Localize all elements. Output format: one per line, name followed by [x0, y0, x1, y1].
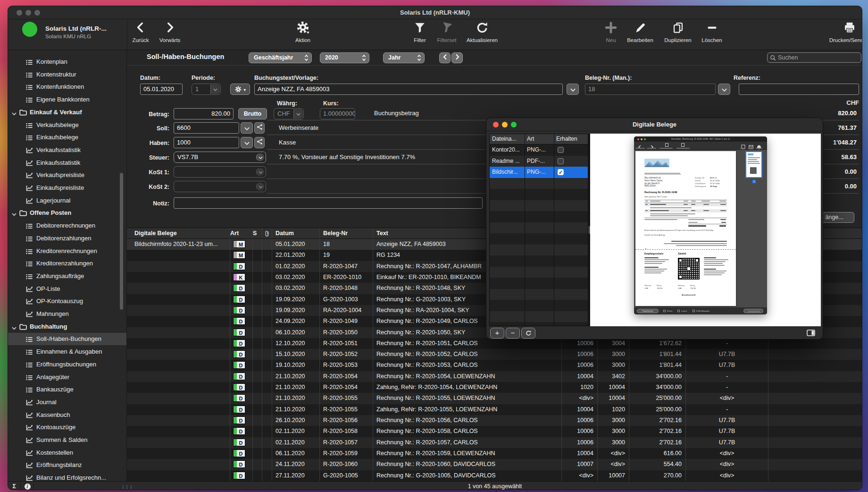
back-button[interactable]: Zurück — [128, 20, 153, 49]
table-row[interactable]: D27.11.2020G-2020-1005Rechnung Nr.: G-20… — [127, 470, 862, 481]
attachment-row[interactable]: Readme ...PDF-... — [490, 156, 588, 167]
table-row[interactable]: D24.11.2020R-2020-1060Rechnung Nr.: R-20… — [127, 459, 862, 470]
sidebar-item-op-kontoauszug[interactable]: OP-Kontoauszug — [8, 295, 127, 307]
sidebar-item-bankausz-ge[interactable]: Bankauszüge — [8, 383, 127, 396]
close-icon[interactable] — [493, 122, 499, 127]
brutto-button[interactable]: Brutto — [238, 108, 267, 119]
sidebar-item-bilanz-und-erfolgsrechn[interactable]: Bilanz und Erfolgsrechn... — [8, 472, 127, 481]
sidebar-item-debitorenzahlungen[interactable]: Debitorenzahlungen — [8, 232, 127, 245]
sidebar-item-soll-haben-buchungen[interactable]: Soll-/Haben-Buchungen — [8, 333, 127, 345]
table-row[interactable]: D26.10.2020R-2020-1056Rechnung Nr.: R-20… — [127, 415, 862, 426]
datum-field[interactable]: 05.01.2020 — [140, 84, 183, 95]
page-thumbnail[interactable] — [745, 151, 762, 178]
chevron-down-icon[interactable] — [256, 153, 264, 161]
next-period-button[interactable] — [451, 52, 463, 63]
sidebar-item-er-ffnungsbuchungen[interactable]: Eröffnungsbuchungen — [8, 358, 127, 371]
sidebar-item-einkaufsstatistik[interactable]: Einkaufsstatistik — [8, 157, 127, 169]
chevron-down-icon[interactable] — [12, 107, 17, 119]
steuer-field[interactable]: VS7.7B — [174, 152, 266, 163]
table-row[interactable]: D21.10.2020R-2020-1055Rechnung Nr.: R-20… — [127, 393, 862, 404]
soll-field[interactable]: 6600 — [174, 122, 239, 134]
chevron-down-icon[interactable] — [12, 321, 17, 333]
sidebar-item-anlageg-ter[interactable]: Anlagegüter — [8, 371, 127, 383]
sidebar-item-lagerjournal[interactable]: Lagerjournal — [8, 195, 127, 207]
col-erhalten[interactable]: Erhalten — [556, 134, 577, 144]
sidebar-item-kreditorenzahlungen[interactable]: Kreditorenzahlungen — [8, 257, 127, 270]
sidebar-item-er-ffnungsbilanz[interactable]: Eröffnungsbilanz — [8, 459, 127, 471]
beleg-nr-field[interactable]: 18 — [585, 84, 716, 95]
attachment-row[interactable]: Kontor20...PNG-... — [490, 144, 588, 156]
filterset-button[interactable]: Filterset — [433, 20, 461, 49]
kurs-field[interactable]: 1.00000000 — [320, 108, 355, 119]
table-row[interactable]: D12.10.2020R-2020-1051Rechnung Nr.: R-20… — [127, 338, 862, 349]
sidebar-item-zahlungsauftr-ge[interactable]: Zahlungsaufträge — [8, 270, 127, 282]
column-header-art[interactable]: Art — [230, 228, 253, 238]
betrag-field[interactable]: 820.00 — [174, 108, 234, 119]
periode-field[interactable]: 1 — [192, 84, 221, 95]
received-checkbox[interactable] — [558, 158, 564, 164]
received-checkbox[interactable]: ✓ — [558, 169, 564, 175]
dialog-title-bar[interactable]: Digitale Belege — [486, 118, 823, 131]
chevron-down-icon[interactable] — [210, 85, 220, 94]
sidebar-item-einkaufspreisliste[interactable]: Einkaufspreisliste — [8, 182, 127, 194]
attachment-row[interactable]: Bildschir...PNG-...✓ — [490, 167, 588, 178]
haben-field[interactable]: 1000 — [174, 137, 239, 148]
prev-period-button[interactable] — [439, 52, 451, 63]
checkbox-icon[interactable] — [693, 310, 695, 312]
filter-button[interactable]: Filter — [409, 20, 431, 49]
table-row[interactable]: D19.10.2020R-2020-1053Rechnung Nr.: R-20… — [127, 360, 862, 371]
remove-attachment-button[interactable]: − — [506, 328, 520, 339]
papierformat-pill[interactable]: Papierformat — [637, 309, 659, 313]
column-header-beleg[interactable]: Beleg-Nr — [320, 228, 373, 238]
info-button[interactable]: i — [21, 483, 34, 490]
zoom-icon[interactable] — [511, 122, 517, 127]
sidebar-item-mahnungen[interactable]: Mahnungen — [8, 308, 127, 320]
chevron-down-icon[interactable] — [12, 207, 17, 220]
sidebar-item-verkaufsbelege[interactable]: Verkaufsbelege — [8, 119, 127, 131]
haben-share-button[interactable] — [254, 137, 265, 148]
sidebar-item-buchhaltung[interactable]: Buchhaltung — [8, 321, 127, 333]
referenz-field[interactable] — [739, 84, 859, 95]
sidebar-item-verkaufsstatistik[interactable]: Verkaufsstatistik — [8, 144, 127, 156]
col-filename[interactable]: Dateina... — [492, 134, 516, 144]
search-input[interactable]: Suchen — [767, 52, 861, 63]
sidebar-item-summen-salden[interactable]: Summen & Salden — [8, 434, 127, 446]
received-checkbox[interactable] — [558, 147, 564, 153]
minimize-icon[interactable] — [502, 122, 508, 127]
checkbox-icon[interactable] — [677, 310, 680, 312]
add-attachment-button[interactable]: + — [490, 328, 504, 339]
column-header-datum[interactable]: Datum — [272, 228, 320, 238]
sidebar-item-einkauf-verkauf[interactable]: Einkauf & Verkauf — [8, 106, 127, 119]
title-bar[interactable]: Solaris Ltd (nRLR-KMU) — [8, 6, 862, 19]
sidebar-item-kontenfunktionen[interactable]: Kontenfunktionen — [8, 81, 127, 93]
print-send-button[interactable]: Drucken/Senden — [827, 20, 862, 49]
column-header-file[interactable]: Digitale Belege — [127, 228, 230, 238]
beleg-nr-dropdown-button[interactable] — [718, 84, 730, 95]
sidebar-item-kostenstellen[interactable]: Kostenstellen — [8, 447, 127, 459]
column-header-s[interactable]: S — [253, 228, 262, 238]
sum-button[interactable]: Σ — [8, 483, 21, 490]
checkbox-icon[interactable] — [663, 310, 666, 312]
fiscal-year-dropdown[interactable]: Geschäftsjahr — [249, 52, 312, 63]
cancel-pill[interactable] — [743, 309, 763, 313]
column-header-clip[interactable] — [262, 228, 272, 238]
table-row[interactable]: D15.10.2020R-2020-1052Rechnung Nr.: R-20… — [127, 349, 862, 360]
year-dropdown[interactable]: 2020 — [320, 52, 369, 63]
delete-button[interactable]: Löschen — [699, 20, 725, 49]
table-row[interactable]: D21.10.2020R-2020-1054Rechnung Nr.: R-20… — [127, 371, 862, 382]
toggle-preview-button[interactable] — [803, 328, 818, 339]
chevron-down-icon[interactable] — [256, 183, 264, 190]
sidebar-item-einkaufsbelege[interactable]: Einkaufsbelege — [8, 131, 127, 144]
chevron-down-icon[interactable] — [256, 168, 264, 176]
sidebar-item-verkaufspreisliste[interactable]: Verkaufspreisliste — [8, 169, 127, 181]
table-row[interactable]: D06.11.2020R-2020-1059Rechnung Nr.: R-20… — [127, 448, 862, 459]
refresh-attachment-button[interactable] — [521, 328, 535, 339]
new-button[interactable]: Neu — [601, 20, 620, 49]
table-row[interactable]: D21.10.2020R-2020-1054Zahlung, ReNr: R-2… — [127, 382, 862, 393]
waehrung-field[interactable]: CHF — [274, 108, 304, 119]
kost2-field[interactable] — [174, 181, 266, 192]
notiz-field[interactable] — [174, 197, 483, 209]
sidebar-item-kontenplan[interactable]: Kontenplan — [8, 56, 127, 68]
kost1-field[interactable] — [174, 166, 266, 178]
sidebar-item-journal[interactable]: Journal — [8, 396, 127, 408]
